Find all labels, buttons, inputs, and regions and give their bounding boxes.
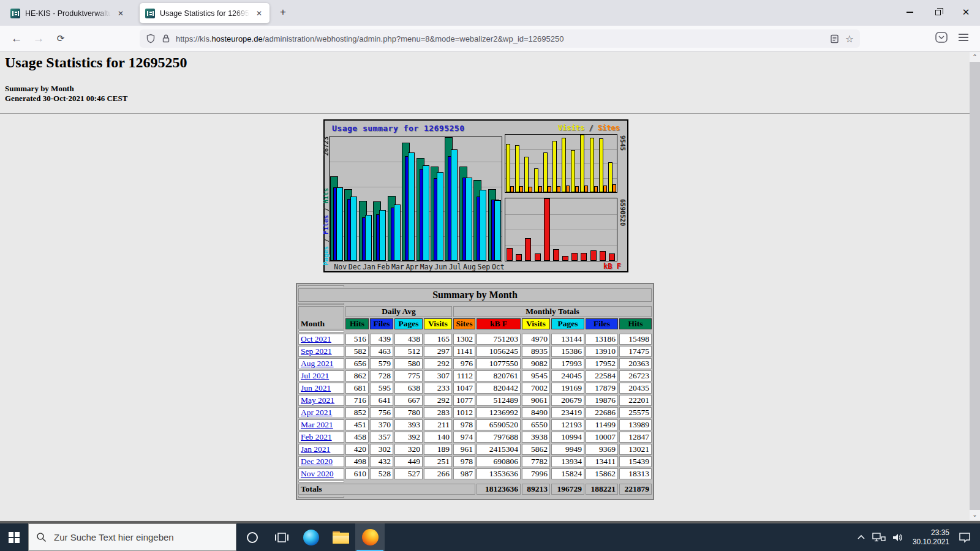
month-link[interactable]: Jul 2021	[301, 371, 329, 380]
lock-icon[interactable]	[162, 34, 170, 43]
month-link[interactable]: Jun 2021	[301, 383, 331, 392]
column-header-pages: Pages	[551, 318, 584, 329]
start-button[interactable]	[0, 523, 28, 551]
volume-icon[interactable]	[892, 533, 904, 542]
month-link[interactable]: May 2021	[301, 395, 334, 405]
sites-bar	[612, 184, 616, 192]
month-link[interactable]: Jan 2021	[301, 444, 330, 454]
scroll-up-arrow-icon[interactable]: ⌃	[970, 52, 980, 62]
firefox-button[interactable]	[355, 523, 385, 551]
month-link[interactable]: Sep 2021	[301, 347, 332, 356]
left-axis-series-label: Pages / Files / Hits	[322, 188, 330, 265]
gridline	[505, 246, 617, 246]
action-center-icon[interactable]	[958, 531, 971, 544]
plot-visits-sites	[505, 134, 617, 193]
tray-chevron-up-icon[interactable]	[856, 534, 866, 541]
sites-bar	[529, 187, 532, 192]
table-cell: 978	[453, 456, 475, 467]
visits-bar	[599, 138, 603, 192]
table-cell: 283	[424, 407, 452, 418]
table-row: Nov 202061052852726698713536367996158241…	[298, 468, 652, 479]
visits-bar	[608, 162, 612, 192]
table-cell: 641	[370, 395, 393, 406]
plot-kbytes	[505, 198, 617, 261]
shield-icon[interactable]	[146, 34, 156, 43]
kbytes-bar	[553, 249, 559, 261]
month-link[interactable]: Oct 2021	[301, 334, 331, 343]
usage-summary-chart: Usage summary for 12695250 Visits / Site…	[323, 119, 628, 272]
sites-bar	[510, 186, 514, 192]
month-link[interactable]: Dec 2020	[301, 457, 333, 466]
table-cell: 656	[345, 358, 369, 369]
table-cell: 15824	[551, 468, 584, 479]
reader-mode-icon[interactable]	[830, 34, 839, 43]
table-cell: 26723	[619, 370, 652, 381]
window-close-button[interactable]: ✕	[952, 0, 980, 24]
taskbar-search-box[interactable]: Zur Suche Text hier eingeben	[28, 523, 236, 551]
task-view-button[interactable]	[267, 523, 296, 551]
tab-close-icon[interactable]: ✕	[254, 8, 264, 19]
sites-bar	[566, 186, 570, 192]
search-icon	[36, 532, 47, 542]
pages-bar	[480, 190, 486, 261]
month-link[interactable]: Feb 2021	[301, 432, 332, 441]
hosteurope-favicon	[10, 9, 20, 18]
taskbar-clock[interactable]: 23:35 30.10.2021	[913, 528, 949, 547]
cortana-button[interactable]	[238, 523, 267, 551]
table-cell: 512	[394, 346, 423, 357]
column-header-pages: Pages	[394, 318, 423, 329]
table-cell: 17993	[551, 358, 584, 369]
reload-button[interactable]: ⟳	[51, 29, 70, 48]
month-link[interactable]: Mar 2021	[301, 420, 333, 429]
table-cell: 961	[453, 444, 475, 455]
table-cell: 297	[424, 346, 452, 357]
kbytes-bar	[600, 251, 606, 261]
table-cell: 233	[424, 383, 452, 394]
pocket-icon[interactable]	[935, 31, 948, 44]
table-cell: 4970	[522, 334, 550, 345]
tab-close-icon[interactable]: ✕	[116, 8, 126, 19]
tab-title: Usage Statistics for 12695250 - S	[160, 9, 249, 18]
tab-hekis[interactable]: HE-KIS - Produktverwaltung > V ✕	[5, 3, 131, 23]
daily-avg-group-header: Daily Avg	[345, 306, 452, 317]
forward-button[interactable]: →	[29, 29, 48, 48]
table-cell: 13411	[586, 456, 618, 467]
window-minimize-button[interactable]	[895, 0, 924, 24]
table-row: Jan 202142030232018996124153045862994993…	[298, 444, 652, 455]
table-cell: 19876	[586, 395, 618, 406]
window-restore-button[interactable]	[924, 0, 952, 24]
new-tab-button[interactable]: +	[276, 6, 290, 20]
table-cell: 7782	[522, 456, 550, 467]
table-cell: 1112	[453, 370, 475, 381]
table-cell: 211	[424, 419, 452, 430]
pages-bar	[350, 197, 357, 261]
month-link[interactable]: Aug 2021	[301, 359, 334, 368]
month-link[interactable]: Nov 2020	[301, 469, 334, 478]
table-cell: 6550	[522, 419, 550, 430]
table-cell: 23419	[551, 407, 584, 418]
visits-bar	[562, 138, 566, 192]
table-cell: 251	[424, 456, 452, 467]
sites-bar	[575, 186, 579, 192]
table-spacer-row	[298, 496, 652, 498]
back-button[interactable]: ←	[7, 29, 26, 48]
tab-usage-statistics[interactable]: Usage Statistics for 12695250 - S ✕	[140, 3, 270, 23]
column-header-hits: Hits	[619, 318, 652, 329]
network-icon[interactable]	[872, 533, 886, 542]
bookmark-star-icon[interactable]: ☆	[845, 33, 854, 45]
table-row: Jul 202186272877530711128207619545240452…	[298, 370, 652, 381]
month-axis-labels: NovDecJanFebMarAprMayJunJulAugSepOct	[329, 263, 502, 271]
vertical-scrollbar[interactable]: ⌃ ⌄	[970, 52, 980, 520]
table-cell: 10994	[551, 432, 584, 443]
horizontal-rule	[0, 113, 970, 114]
month-link[interactable]: Apr 2021	[301, 408, 332, 417]
scroll-down-arrow-icon[interactable]: ⌄	[970, 510, 980, 520]
table-cell: 780	[394, 407, 423, 418]
file-explorer-button[interactable]	[326, 523, 355, 551]
url-bar[interactable]: https://kis.hosteurope.de/administration…	[140, 29, 860, 48]
edge-browser-button[interactable]	[296, 523, 326, 551]
table-cell: 580	[394, 358, 423, 369]
column-header-kb-f: kB F	[477, 318, 521, 329]
table-cell: 681	[345, 383, 369, 394]
hamburger-menu-icon[interactable]	[957, 31, 970, 44]
